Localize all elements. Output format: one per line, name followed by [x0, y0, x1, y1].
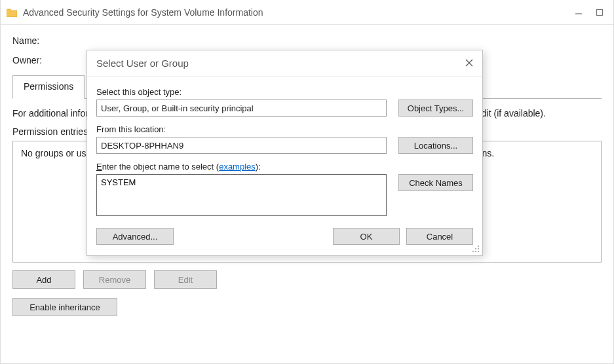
object-types-button[interactable]: Object Types...: [398, 100, 473, 117]
add-button[interactable]: Add: [12, 270, 75, 289]
cancel-button[interactable]: Cancel: [406, 228, 473, 245]
ok-button[interactable]: OK: [333, 228, 400, 245]
dialog-titlebar[interactable]: Select User or Group: [87, 50, 482, 77]
titlebar[interactable]: Advanced Security Settings for System Vo…: [1, 0, 613, 25]
maximize-button[interactable]: [595, 8, 604, 17]
svg-rect-1: [597, 9, 603, 15]
advanced-security-window: Advanced Security Settings for System Vo…: [0, 0, 614, 364]
enable-inheritance-button[interactable]: Enable inheritance: [12, 298, 117, 316]
edit-button[interactable]: Edit: [154, 270, 217, 289]
window-title: Advanced Security Settings for System Vo…: [23, 7, 574, 18]
svg-point-9: [478, 251, 479, 252]
examples-link[interactable]: examples: [219, 162, 256, 172]
object-type-label: Select this object type:: [96, 87, 473, 97]
remove-button[interactable]: Remove: [83, 270, 146, 289]
location-label: From this location:: [96, 124, 473, 134]
tab-permissions[interactable]: Permissions: [12, 75, 85, 99]
folder-icon: [6, 7, 18, 18]
svg-point-5: [475, 248, 476, 249]
object-name-input[interactable]: [96, 174, 387, 216]
location-field[interactable]: [96, 137, 387, 154]
dialog-title: Select User or Group: [96, 58, 465, 69]
minimize-button[interactable]: [574, 8, 583, 17]
owner-label: Owner:: [12, 55, 85, 65]
close-icon[interactable]: [465, 58, 473, 69]
svg-point-7: [472, 251, 474, 252]
resize-grip-icon[interactable]: [471, 244, 480, 253]
enter-name-label: Enter the object name to select (example…: [96, 162, 473, 172]
svg-point-8: [475, 251, 476, 252]
select-user-dialog: Select User or Group Select this object …: [86, 50, 483, 256]
check-names-button[interactable]: Check Names: [398, 174, 473, 191]
object-type-field[interactable]: [96, 100, 387, 117]
name-label: Name:: [12, 35, 85, 46]
locations-button[interactable]: Locations...: [398, 137, 473, 154]
svg-point-6: [478, 248, 479, 249]
advanced-button[interactable]: Advanced...: [96, 228, 174, 245]
svg-point-4: [478, 246, 479, 247]
